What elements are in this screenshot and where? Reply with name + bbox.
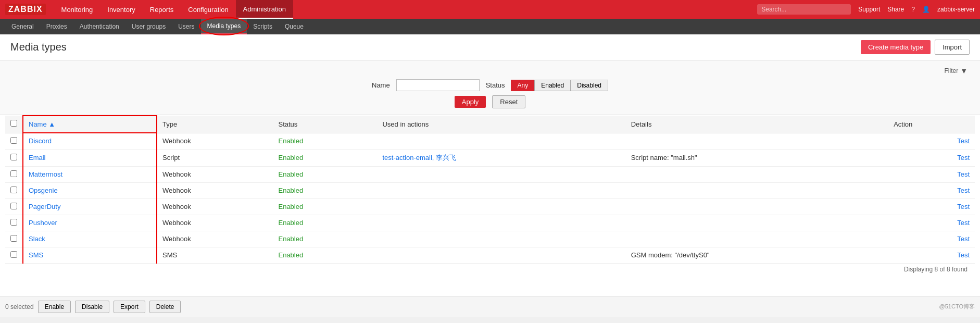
test-link-2[interactable]: Test [957,170,970,178]
row-checkbox-4[interactable] [10,203,17,209]
select-all-checkbox[interactable] [10,120,17,127]
nav-administration[interactable]: Administration [236,0,293,19]
media-type-details-2 [626,166,889,182]
sub-nav: General Proxies Authentication User grou… [0,19,980,34]
table-row: MattermostWebhookEnabledTest [5,166,975,182]
disable-button[interactable]: Disable [75,301,109,313]
col-details: Details [626,116,889,133]
media-type-type-1: Script [157,149,273,166]
col-used-in-actions: Used in actions [377,116,625,133]
media-type-name-1[interactable]: Email [29,154,46,162]
delete-button[interactable]: Delete [149,301,181,313]
row-checkbox-2[interactable] [10,170,17,177]
media-type-details-1: Script name: "mail.sh" [626,149,889,166]
select-all-header [5,116,23,133]
media-type-type-3: Webhook [157,182,273,198]
selected-count: 0 selected [5,303,34,310]
media-type-status-7[interactable]: Enabled [278,251,303,259]
media-type-details-6 [626,231,889,247]
row-checkbox-7[interactable] [10,251,17,258]
nav-support[interactable]: Support [858,6,880,13]
test-link-0[interactable]: Test [957,137,970,145]
displaying-info: Displaying 8 of 8 found [5,264,975,275]
filter-label: Filter [944,67,958,74]
subnav-mediatypes[interactable]: Media types [201,19,247,34]
media-type-name-0[interactable]: Discord [29,137,52,145]
media-type-details-4 [626,198,889,215]
page-header: Media types Create media type Import [0,34,980,60]
enable-button[interactable]: Enable [38,301,71,313]
subnav-general[interactable]: General [5,19,40,34]
export-button[interactable]: Export [114,301,145,313]
import-button[interactable]: Import [935,40,970,55]
table-row: EmailScriptEnabledtest-action-email, 李兴飞… [5,149,975,166]
test-link-7[interactable]: Test [957,251,970,259]
media-type-status-0[interactable]: Enabled [278,137,303,145]
header-buttons: Create media type Import [861,40,970,55]
nav-help[interactable]: ? [911,6,915,13]
filter-funnel-icon[interactable]: ▼ [960,67,968,75]
media-type-type-0: Webhook [157,133,273,149]
filter-bar: Filter ▼ Name Status Any Enabled Disable… [0,60,980,115]
media-type-status-3[interactable]: Enabled [278,187,303,194]
nav-reports[interactable]: Reports [143,0,181,19]
nav-share[interactable]: Share [887,6,904,13]
status-any-button[interactable]: Any [511,80,535,91]
media-type-name-2[interactable]: Mattermost [29,170,62,178]
media-type-name-6[interactable]: Slack [29,235,45,243]
media-type-type-5: Webhook [157,215,273,231]
nav-inventory[interactable]: Inventory [100,0,142,19]
row-checkbox-1[interactable] [10,154,17,160]
logo: ZABBIX [5,4,46,15]
table-header: Name ▲ Type Status Used in actions Detai… [5,116,975,133]
col-name[interactable]: Name ▲ [23,116,157,133]
media-type-status-2[interactable]: Enabled [278,170,303,178]
apply-button[interactable]: Apply [455,96,486,108]
filter-status-label: Status [486,81,505,89]
test-link-5[interactable]: Test [957,219,970,227]
row-checkbox-6[interactable] [10,235,17,242]
global-search-input[interactable] [757,4,851,15]
nav-configuration[interactable]: Configuration [181,0,235,19]
reset-button[interactable]: Reset [492,95,525,108]
test-link-3[interactable]: Test [957,187,970,194]
filter-row: Name Status Any Enabled Disabled [372,79,608,91]
col-action: Action [888,116,975,133]
table-row: OpsgenieWebhookEnabledTest [5,182,975,198]
table-row: SlackWebhookEnabledTest [5,231,975,247]
test-link-1[interactable]: Test [957,154,970,162]
status-disabled-button[interactable]: Disabled [570,80,608,91]
row-checkbox-0[interactable] [10,137,17,144]
row-checkbox-5[interactable] [10,219,17,226]
row-checkbox-3[interactable] [10,187,17,193]
media-type-name-3[interactable]: Opsgenie [29,187,58,194]
subnav-proxies[interactable]: Proxies [40,19,73,34]
filter-action-row: Apply Reset [455,95,526,108]
media-type-status-4[interactable]: Enabled [278,203,303,210]
subnav-authentication[interactable]: Authentication [73,19,125,34]
test-link-4[interactable]: Test [957,203,970,210]
create-media-type-button[interactable]: Create media type [861,40,931,54]
nav-user[interactable]: 👤 [922,6,930,13]
subnav-usergroups[interactable]: User groups [125,19,172,34]
subnav-queue[interactable]: Queue [279,19,310,34]
subnav-users[interactable]: Users [172,19,200,34]
media-type-status-5[interactable]: Enabled [278,219,303,227]
used-in-actions-1[interactable]: test-action-email, 李兴飞 [382,154,456,162]
media-type-name-4[interactable]: PagerDuty [29,203,60,210]
main-content: Name ▲ Type Status Used in actions Detai… [0,115,980,296]
test-link-6[interactable]: Test [957,235,970,243]
media-type-name-5[interactable]: Pushover [29,219,57,227]
table-row: PagerDutyWebhookEnabledTest [5,198,975,215]
table-row: SMSSMSEnabledGSM modem: "/dev/ttyS0"Test [5,247,975,263]
table-body: DiscordWebhookEnabledTestEmailScriptEnab… [5,133,975,263]
table-row: PushoverWebhookEnabledTest [5,215,975,231]
media-type-name-7[interactable]: SMS [29,251,43,259]
media-type-status-6[interactable]: Enabled [278,235,303,243]
subnav-scripts[interactable]: Scripts [247,19,279,34]
nav-monitoring[interactable]: Monitoring [54,0,100,19]
status-enabled-button[interactable]: Enabled [534,80,571,91]
top-nav-items: Monitoring Inventory Reports Configurati… [54,0,758,19]
media-type-status-1[interactable]: Enabled [278,154,303,162]
filter-name-input[interactable] [396,79,480,91]
